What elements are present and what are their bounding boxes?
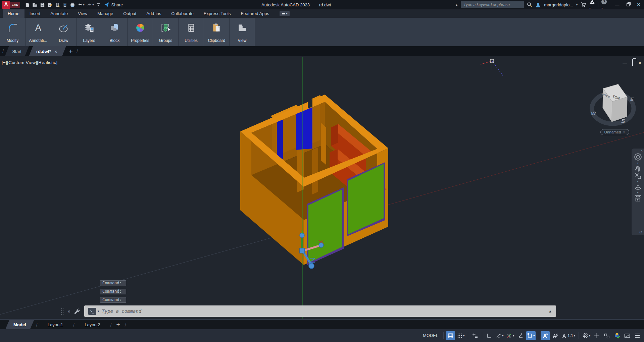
zoom-icon[interactable] (634, 172, 642, 180)
annotation-monitor-button[interactable] (592, 331, 601, 340)
help-button[interactable]: ?▾ (601, 0, 607, 10)
orbit-dropdown-icon[interactable]: ▾ (637, 191, 638, 194)
username-label[interactable]: margaridaplo... (544, 2, 573, 7)
command-close-button[interactable]: × (67, 308, 70, 314)
search-icon[interactable] (527, 2, 532, 7)
ucs-z-grip[interactable] (309, 263, 314, 269)
minimize-button[interactable]: — (612, 0, 623, 9)
iso-drafting-toggle[interactable]: ▾ (505, 331, 515, 340)
autodesk-app-button[interactable]: ▾ (589, 0, 595, 10)
tab-layout2[interactable]: Layout2 (77, 320, 108, 329)
tab-model[interactable]: Model (5, 320, 34, 329)
viewport-close-button[interactable]: × (638, 60, 641, 66)
menu-tab-insert[interactable]: Insert (24, 9, 46, 18)
cart-icon[interactable] (581, 2, 586, 7)
command-input[interactable] (102, 308, 548, 314)
viewport-canvas[interactable]: W E S TOP BACK (0, 56, 644, 319)
snap-toggle[interactable]: ▾ (456, 331, 465, 340)
object-snap-toggle[interactable]: ▾ (526, 331, 536, 340)
workspace-dropdown[interactable]: ▾ (589, 334, 590, 337)
menu-tab-view[interactable]: View (73, 9, 92, 18)
ribbon-panel-annotation[interactable]: A Annotati... (26, 18, 51, 46)
menu-tab-manage[interactable]: Manage (92, 9, 118, 18)
save-as-button[interactable] (47, 2, 53, 7)
ucs-x-grip[interactable] (319, 243, 324, 247)
ucs-y-grip[interactable] (300, 233, 304, 238)
open-from-web-button[interactable] (55, 2, 60, 7)
avatar[interactable] (535, 2, 541, 8)
osnap-dropdown[interactable]: ▾ (533, 334, 535, 337)
isolate-objects-button[interactable] (602, 331, 611, 340)
menu-tab-addins[interactable]: Add-ins (141, 9, 166, 18)
qat-customize-button[interactable] (96, 3, 100, 7)
workspace-settings-button[interactable]: ▾ (581, 331, 591, 340)
menu-tab-home[interactable]: Home (3, 9, 24, 18)
ucs-origin-grip[interactable] (300, 248, 305, 253)
zoom-dropdown-icon[interactable]: ▾ (637, 180, 638, 183)
viewcube-views-dropdown[interactable]: Unnamed ▼ (600, 129, 629, 135)
tab-layout1[interactable]: Layout1 (40, 320, 71, 329)
ribbon-panel-groups[interactable]: Groups (153, 18, 179, 46)
command-drag-handle[interactable] (60, 307, 64, 315)
command-input-bar[interactable]: >_ ▾ ▲ (84, 305, 556, 317)
ribbon-panel-layers[interactable]: Layers (77, 18, 102, 46)
orbit-icon[interactable] (634, 183, 642, 191)
iso-dropdown[interactable]: ▾ (513, 334, 514, 337)
viewcube-south[interactable]: S (621, 118, 625, 124)
share-button[interactable]: Share (104, 2, 123, 7)
viewport-minimize-button[interactable]: — (623, 60, 627, 65)
ribbon-panel-clipboard[interactable]: Clipboard (204, 18, 230, 46)
redo-dropdown[interactable]: ▾ (93, 3, 94, 6)
ribbon-panel-properties[interactable]: Properties (128, 18, 153, 46)
scale-dropdown[interactable]: ▾ (574, 334, 575, 337)
model-space-label[interactable]: MODEL (423, 333, 438, 338)
search-input[interactable] (461, 1, 524, 8)
clean-screen-button[interactable] (623, 331, 632, 340)
ribbon-panel-view[interactable]: View (230, 18, 255, 46)
new-layout-button[interactable]: + (116, 321, 120, 328)
annotation-autoscale-toggle[interactable] (551, 331, 560, 340)
redo-button[interactable]: ▾ (87, 2, 94, 7)
customization-menu-button[interactable] (633, 331, 642, 340)
tab-close-icon[interactable]: × (54, 49, 57, 54)
ribbon-panel-utilities[interactable]: Utilities (179, 18, 204, 46)
showmotion-icon[interactable] (634, 194, 642, 202)
save-to-web-button[interactable] (62, 2, 67, 7)
ribbon-display-toggle[interactable]: ▾ (280, 11, 290, 16)
room-model[interactable] (240, 95, 388, 265)
open-file-button[interactable] (32, 2, 38, 7)
annotation-visibility-toggle[interactable] (541, 331, 550, 340)
object-snap-tracking-toggle[interactable] (516, 331, 525, 340)
wheel-dropdown-icon[interactable]: ▾ (637, 162, 638, 165)
viewcube[interactable]: W E S TOP BACK (591, 84, 634, 124)
menu-tab-output[interactable]: Output (118, 9, 141, 18)
user-dropdown-icon[interactable]: ▾ (576, 3, 578, 6)
menu-tab-featured-apps[interactable]: Featured Apps (236, 9, 274, 18)
menu-tab-collaborate[interactable]: Collaborate (166, 9, 199, 18)
plot-button[interactable] (70, 2, 75, 7)
dynamic-input-toggle[interactable] (470, 331, 480, 340)
ribbon-panel-draw[interactable]: Draw (51, 18, 77, 46)
menu-tab-express-tools[interactable]: Express Tools (199, 9, 236, 18)
navbar-close-icon[interactable]: × (641, 149, 643, 153)
new-file-button[interactable] (25, 2, 30, 7)
recent-commands-dropdown[interactable]: ▾ (98, 309, 99, 313)
command-expand-icon[interactable]: ▲ (548, 309, 552, 313)
model-viewport[interactable]: W E S TOP BACK [−][Custom View][Realisti… (0, 56, 644, 319)
app-menu-button[interactable]: A CAD (2, 1, 20, 9)
file-tab-rd-dwt[interactable]: rd.dwt* × (29, 46, 66, 56)
annotation-scale-control[interactable]: 1:1▾ (561, 331, 576, 340)
new-drawing-button[interactable]: + (69, 47, 73, 55)
viewport-restore-button[interactable] (632, 60, 633, 66)
undo-button[interactable]: ▾ (78, 2, 85, 7)
viewcube-west[interactable]: W (591, 110, 596, 116)
snap-dropdown[interactable]: ▾ (463, 334, 464, 337)
close-button[interactable]: × (633, 0, 644, 9)
navigation-bar[interactable]: × ▾ ▾ ▾ ⊖ (632, 149, 644, 235)
polar-tracking-toggle[interactable]: ▾ (495, 331, 504, 340)
restore-button[interactable] (623, 0, 633, 9)
ribbon-panel-modify[interactable]: Modify (0, 18, 26, 46)
grid-toggle[interactable] (446, 331, 455, 340)
pan-hand-icon[interactable] (634, 165, 642, 172)
file-tab-start[interactable]: Start (5, 46, 29, 56)
